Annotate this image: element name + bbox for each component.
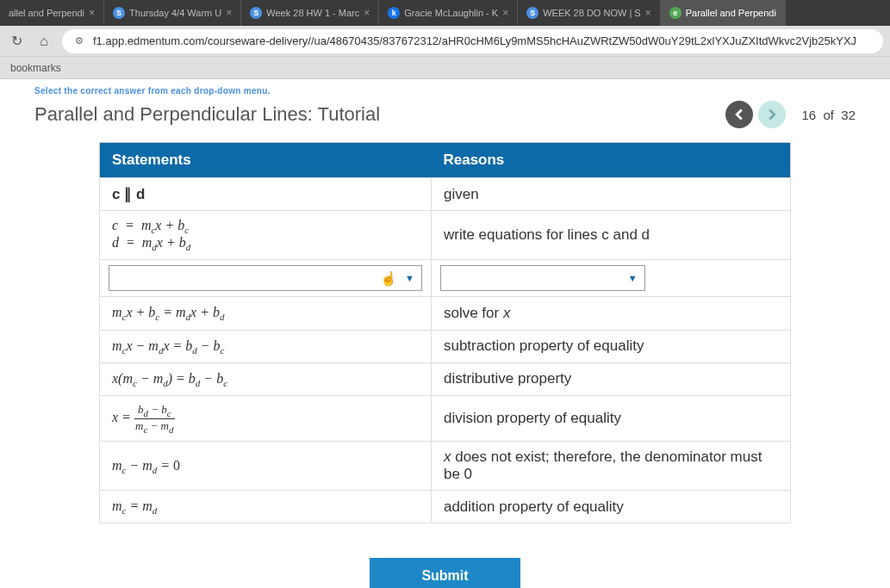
statement-dropdown-cell: ☝ ▼ (100, 260, 432, 297)
table-row: mcx + bc = mdx + bd solve for x (100, 297, 791, 330)
statement-cell: mc = md (100, 491, 432, 523)
table-row: c ∥ d given (100, 178, 791, 211)
statement-cell: mc − md = 0 (100, 442, 432, 491)
browser-tab[interactable]: kGracie McLaughlin - K× (379, 0, 518, 26)
page-content: Select the correct answer from each drop… (0, 79, 890, 588)
close-icon[interactable]: × (226, 7, 232, 19)
reason-dropdown[interactable]: ▼ (440, 265, 645, 291)
tab-favicon: k (388, 7, 400, 19)
table-row: mc − md = 0 x does not exist; therefore,… (100, 442, 791, 491)
close-icon[interactable]: × (364, 7, 370, 19)
table-row: mc = md addition property of equality (100, 491, 791, 523)
next-button[interactable] (758, 101, 786, 128)
cursor-icon: ☝ (380, 270, 397, 287)
browser-tab-bar: allel and Perpendi× SThursday 4/4 Warm U… (0, 0, 890, 26)
address-bar: ↻ ⌂ ⚙ f1.app.edmentum.com/courseware-del… (0, 26, 890, 57)
reason-cell: addition property of equality (431, 491, 790, 523)
proof-table: Statements Reasons c ∥ d given c = mcx +… (99, 142, 791, 523)
table-row: mcx − mdx = bd − bc subtraction property… (100, 330, 791, 362)
reason-cell: x does not exist; therefore, the denomin… (431, 442, 790, 491)
statement-cell: mcx + bc = mdx + bd (100, 297, 432, 330)
reason-cell: subtraction property of equality (431, 330, 790, 362)
browser-tab[interactable]: SWEEK 28 DO NOW | S× (518, 0, 661, 26)
chevron-down-icon: ▼ (405, 273, 414, 283)
browser-tab-active[interactable]: eParallel and Perpendi (661, 0, 786, 26)
reason-cell: division property of equality (431, 395, 790, 441)
reason-cell: solve for x (431, 297, 790, 330)
bookmarks-bar[interactable]: bookmarks (0, 57, 890, 79)
tab-favicon: S (113, 7, 125, 19)
submit-container: Submit (0, 558, 890, 588)
table-row: x(mc − md) = bd − bc distributive proper… (100, 362, 791, 395)
table-header-row: Statements Reasons (100, 143, 791, 178)
tab-favicon: S (526, 7, 538, 19)
prev-button[interactable] (725, 101, 753, 128)
page-counter: 16 of 32 (801, 108, 856, 122)
tutorial-header: Parallel and Perpendicular Lines: Tutori… (0, 96, 890, 142)
browser-tab[interactable]: SWeek 28 HW 1 - Marc× (241, 0, 379, 26)
browser-tab[interactable]: SThursday 4/4 Warm U× (104, 0, 241, 26)
statements-header: Statements (100, 143, 432, 178)
submit-button[interactable]: Submit (370, 558, 520, 588)
home-icon[interactable]: ⌂ (34, 32, 53, 51)
close-icon[interactable]: × (645, 7, 651, 19)
statement-cell: c = mcx + bc d = mdx + bd (100, 211, 432, 260)
statement-cell: x(mc − md) = bd − bc (100, 362, 432, 395)
url-input[interactable]: ⚙ f1.app.edmentum.com/courseware-deliver… (62, 29, 883, 53)
site-settings-icon[interactable]: ⚙ (72, 34, 86, 48)
reason-dropdown-cell: ▼ (431, 260, 790, 297)
close-icon[interactable]: × (89, 7, 95, 19)
statement-cell: mcx − mdx = bd − bc (100, 330, 432, 362)
statement-cell: c ∥ d (100, 178, 432, 211)
url-text: f1.app.edmentum.com/courseware-delivery/… (93, 34, 856, 47)
page-title: Parallel and Perpendicular Lines: Tutori… (34, 103, 720, 126)
tab-favicon: S (250, 7, 262, 19)
table-row: ☝ ▼ ▼ (100, 260, 791, 297)
reason-cell: distributive property (431, 362, 790, 395)
browser-tab[interactable]: allel and Perpendi× (0, 0, 104, 26)
chevron-down-icon: ▼ (628, 273, 638, 283)
instruction-text: Select the correct answer from each drop… (0, 79, 890, 96)
tab-favicon: e (669, 7, 682, 19)
reasons-header: Reasons (431, 143, 790, 178)
reason-cell: write equations for lines c and d (431, 211, 790, 260)
statement-cell: x = bd − bcmc − md (100, 395, 432, 441)
table-row: x = bd − bcmc − md division property of … (100, 395, 791, 441)
table-row: c = mcx + bc d = mdx + bd write equation… (100, 211, 791, 260)
statement-dropdown[interactable]: ☝ ▼ (109, 265, 422, 291)
close-icon[interactable]: × (502, 7, 508, 19)
reason-cell: given (431, 178, 790, 211)
reload-icon[interactable]: ↻ (7, 32, 26, 51)
